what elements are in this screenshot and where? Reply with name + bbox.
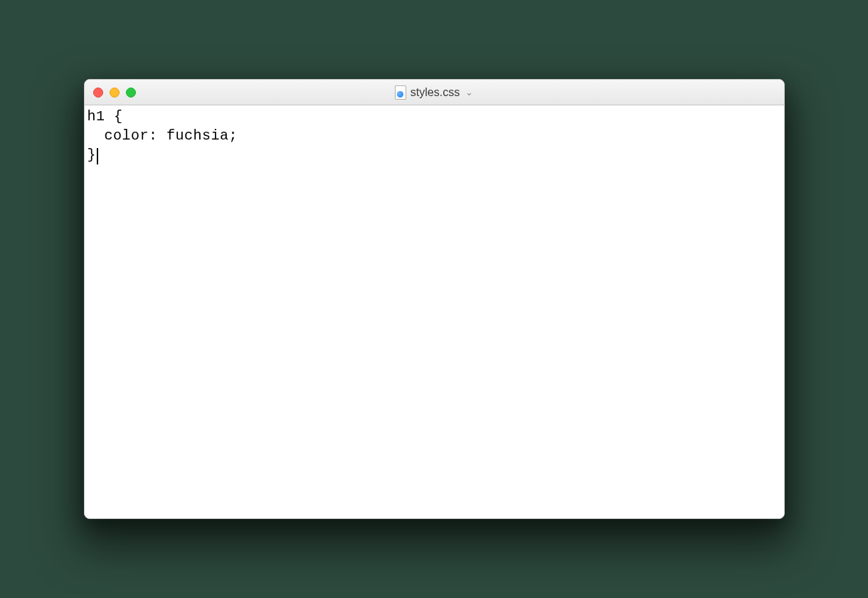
- code-line-1: h1 {: [88, 108, 123, 125]
- close-button[interactable]: [93, 88, 103, 98]
- titlebar[interactable]: styles.css ⌄: [85, 80, 784, 105]
- css-file-icon[interactable]: [395, 85, 406, 100]
- text-cursor: [97, 148, 98, 164]
- window-title[interactable]: styles.css: [411, 86, 460, 99]
- title-center: styles.css ⌄: [85, 85, 784, 100]
- zoom-button[interactable]: [126, 88, 136, 98]
- editor-window: styles.css ⌄ h1 { color: fuchsia; }: [84, 79, 785, 519]
- text-editor-area[interactable]: h1 { color: fuchsia; }: [85, 105, 784, 518]
- minimize-button[interactable]: [110, 88, 120, 98]
- code-line-3: }: [88, 147, 97, 163]
- code-line-2: color: fuchsia;: [105, 127, 238, 144]
- traffic-lights: [93, 88, 136, 98]
- chevron-down-icon[interactable]: ⌄: [465, 87, 473, 98]
